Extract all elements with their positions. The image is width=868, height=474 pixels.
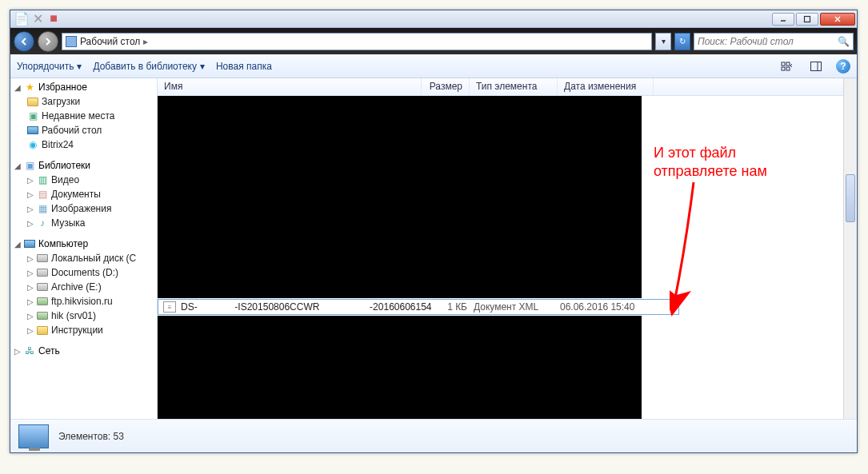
nav-bar: Рабочий стол ▸ ▾ ↻ 🔍 <box>10 28 857 54</box>
search-box[interactable]: 🔍 <box>694 33 854 50</box>
documents-icon: ▤ <box>36 189 49 200</box>
network-drive-icon <box>36 310 49 321</box>
annotation-arrow <box>670 182 718 318</box>
drive-icon <box>36 267 49 278</box>
xml-file-icon: ≡ <box>163 301 176 313</box>
sidebar-network[interactable]: ▷ 🖧 Сеть <box>10 344 157 358</box>
location-text: Рабочий стол <box>80 36 140 47</box>
sidebar-item-label: Archive (E:) <box>51 281 102 293</box>
annotation-line1: И этот файл <box>654 144 846 162</box>
folder-icon <box>36 325 49 336</box>
vertical-scrollbar[interactable] <box>843 78 857 419</box>
sidebar-computer[interactable]: ◢ Компьютер <box>10 237 157 251</box>
titlebar-icon-2: ✕ <box>31 12 44 25</box>
expand-icon: ▷ <box>26 283 34 292</box>
expand-icon: ▷ <box>26 190 34 199</box>
sidebar-item-bitrix24[interactable]: ◉Bitrix24 <box>10 137 157 152</box>
svg-rect-4 <box>782 62 785 66</box>
sidebar-item-instructions[interactable]: ▷Инструкции <box>10 323 157 337</box>
close-button[interactable] <box>820 13 855 26</box>
sidebar-item-drive-d[interactable]: ▷Documents (D:) <box>10 265 157 280</box>
file-date: 06.06.2016 15:40 <box>560 301 653 313</box>
help-button[interactable]: ? <box>836 59 850 74</box>
sidebar-item-documents[interactable]: ▷▤Документы <box>10 187 157 201</box>
sidebar-item-desktop[interactable]: Рабочий стол <box>10 123 157 137</box>
refresh-button[interactable]: ↻ <box>674 33 690 50</box>
file-row-selected[interactable]: ≡ DS- -IS20150806CCWR -201606061540.xml … <box>158 299 679 315</box>
file-list-pane: Имя Размер Тип элемента Дата изменения ≡… <box>158 78 857 419</box>
sidebar-favorites[interactable]: ◢ ★ Избранное <box>10 80 157 94</box>
search-icon[interactable]: 🔍 <box>838 36 850 47</box>
new-folder-button[interactable]: Новая папка <box>216 61 272 72</box>
desktop-icon <box>26 125 39 136</box>
sidebar-label: Библиотеки <box>38 160 90 171</box>
chevron-down-icon: ▾ <box>200 61 205 72</box>
sidebar-item-label: Documents (D:) <box>51 267 118 278</box>
file-list[interactable]: ≡ DS- -IS20150806CCWR -201606061540.xml … <box>158 96 857 419</box>
app-icon: ◉ <box>26 139 39 150</box>
video-icon: ▥ <box>36 174 49 185</box>
file-name-part: DS- <box>181 301 198 313</box>
drive-icon <box>36 281 49 293</box>
breadcrumb-sep: ▸ <box>143 36 148 47</box>
forward-button[interactable] <box>38 31 58 52</box>
navigation-pane: ◢ ★ Избранное Загрузки ▣Недавние места Р… <box>10 78 158 419</box>
preview-pane-button[interactable] <box>807 59 825 74</box>
sidebar-label: Компьютер <box>38 238 88 249</box>
sidebar-item-hik[interactable]: ▷hik (srv01) <box>10 309 157 323</box>
sidebar-libraries[interactable]: ◢ ▣ Библиотеки <box>10 158 157 173</box>
expand-icon: ▷ <box>26 326 34 335</box>
recent-icon: ▣ <box>26 110 39 121</box>
minimize-button[interactable] <box>772 13 794 26</box>
annotation-line2: отправляете нам <box>654 162 846 181</box>
expand-icon: ▷ <box>14 347 21 356</box>
search-input[interactable] <box>698 36 838 47</box>
sidebar-item-drive-c[interactable]: ▷Локальный диск (C <box>10 251 157 265</box>
network-drive-icon <box>36 296 49 307</box>
sidebar-item-label: Инструкции <box>51 325 103 336</box>
sidebar-item-recent[interactable]: ▣Недавние места <box>10 109 157 123</box>
sidebar-item-drive-e[interactable]: ▷Archive (E:) <box>10 280 157 294</box>
organize-menu[interactable]: Упорядочить ▾ <box>17 61 82 72</box>
address-bar[interactable]: Рабочий стол ▸ <box>62 33 652 50</box>
expand-icon: ▷ <box>26 269 34 277</box>
sidebar-item-downloads[interactable]: Загрузки <box>10 94 157 109</box>
folder-icon <box>26 96 39 107</box>
column-date[interactable]: Дата изменения <box>558 78 654 95</box>
expand-icon: ▷ <box>26 176 34 185</box>
sidebar-item-pictures[interactable]: ▷▦Изображения <box>10 201 157 216</box>
libraries-icon: ▣ <box>23 160 36 171</box>
sidebar-item-label: Музыка <box>51 217 85 229</box>
view-options-button[interactable] <box>778 59 796 74</box>
column-name[interactable]: Имя <box>158 78 422 95</box>
sidebar-item-videos[interactable]: ▷▥Видео <box>10 173 157 187</box>
desktop-big-icon <box>18 424 49 448</box>
sidebar-item-ftp[interactable]: ▷ftp.hikvision.ru <box>10 294 157 309</box>
back-button[interactable] <box>14 31 34 52</box>
sidebar-item-label: Документы <box>51 189 101 200</box>
scrollbar-thumb[interactable] <box>846 174 855 222</box>
file-name: DS- -IS20150806CCWR -201606061540.xml <box>181 301 432 313</box>
explorer-window: 📄 ✕ ■ Рабочий стол ▸ ▾ ↻ 🔍 <box>10 10 858 453</box>
sidebar-item-label: Рабочий стол <box>42 125 102 136</box>
expand-icon: ▷ <box>26 205 34 213</box>
add-to-library-menu[interactable]: Добавить в библиотеку ▾ <box>93 61 205 72</box>
address-dropdown[interactable]: ▾ <box>655 33 671 50</box>
sidebar-item-music[interactable]: ▷♪Музыка <box>10 216 157 230</box>
sidebar-item-label: hik (srv01) <box>51 310 96 321</box>
sidebar-item-label: Изображения <box>51 203 111 214</box>
column-type[interactable]: Тип элемента <box>470 78 558 95</box>
status-text: Элементов: 53 <box>58 431 124 442</box>
svg-rect-8 <box>811 62 822 70</box>
column-size[interactable]: Размер <box>422 78 470 95</box>
svg-rect-6 <box>782 67 785 70</box>
file-type: Документ XML <box>474 301 560 313</box>
collapse-icon: ◢ <box>14 240 21 249</box>
collapse-icon: ◢ <box>14 161 21 170</box>
sidebar-item-label: Локальный диск (C <box>51 253 136 264</box>
redacted-area-top <box>158 96 642 298</box>
column-headers: Имя Размер Тип элемента Дата изменения <box>158 78 857 96</box>
new-folder-label: Новая папка <box>216 61 272 72</box>
maximize-button[interactable] <box>796 13 818 26</box>
titlebar-icons: 📄 ✕ ■ <box>15 12 60 25</box>
